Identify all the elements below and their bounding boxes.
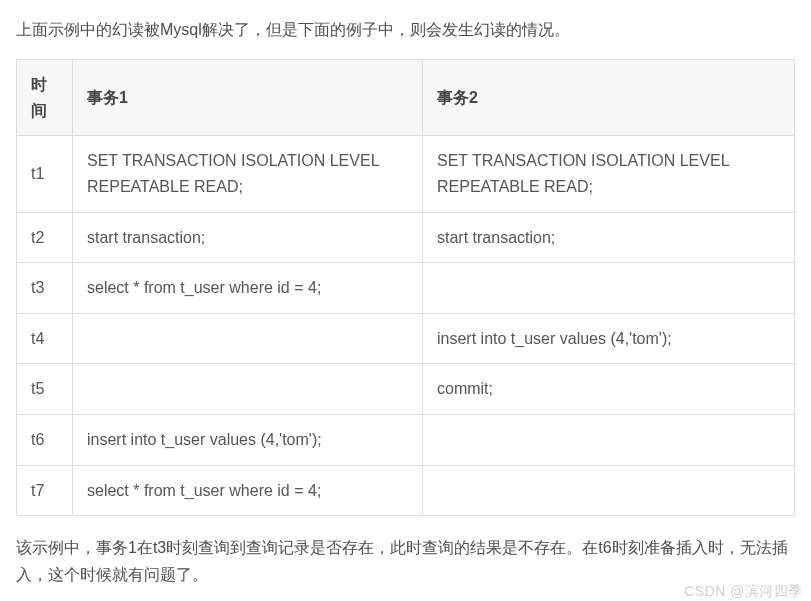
cell-tx1 <box>73 364 423 415</box>
cell-time: t2 <box>17 212 73 263</box>
col-header-tx1: 事务1 <box>73 60 423 136</box>
cell-tx1: insert into t_user values (4,'tom'); <box>73 414 423 465</box>
cell-time: t5 <box>17 364 73 415</box>
cell-tx1: SET TRANSACTION ISOLATION LEVEL REPEATAB… <box>73 136 423 212</box>
cell-tx1: select * from t_user where id = 4; <box>73 465 423 516</box>
table-row: t4 insert into t_user values (4,'tom'); <box>17 313 795 364</box>
cell-tx1 <box>73 313 423 364</box>
cell-tx2 <box>423 263 795 314</box>
table-row: t6 insert into t_user values (4,'tom'); <box>17 414 795 465</box>
table-row: t2 start transaction; start transaction; <box>17 212 795 263</box>
cell-tx1: start transaction; <box>73 212 423 263</box>
col-header-tx2: 事务2 <box>423 60 795 136</box>
cell-tx2 <box>423 465 795 516</box>
table-header-row: 时间 事务1 事务2 <box>17 60 795 136</box>
cell-time: t3 <box>17 263 73 314</box>
col-header-time: 时间 <box>17 60 73 136</box>
cell-time: t7 <box>17 465 73 516</box>
intro-paragraph: 上面示例中的幻读被Mysql解决了，但是下面的例子中，则会发生幻读的情况。 <box>16 16 795 43</box>
table-row: t3 select * from t_user where id = 4; <box>17 263 795 314</box>
cell-time: t6 <box>17 414 73 465</box>
table-row: t7 select * from t_user where id = 4; <box>17 465 795 516</box>
cell-tx2: insert into t_user values (4,'tom'); <box>423 313 795 364</box>
outro-paragraph: 该示例中，事务1在t3时刻查询到查询记录是否存在，此时查询的结果是不存在。在t6… <box>16 534 795 588</box>
cell-tx2: commit; <box>423 364 795 415</box>
cell-tx1: select * from t_user where id = 4; <box>73 263 423 314</box>
cell-time: t4 <box>17 313 73 364</box>
table-row: t5 commit; <box>17 364 795 415</box>
table-row: t1 SET TRANSACTION ISOLATION LEVEL REPEA… <box>17 136 795 212</box>
cell-tx2: start transaction; <box>423 212 795 263</box>
transaction-table: 时间 事务1 事务2 t1 SET TRANSACTION ISOLATION … <box>16 59 795 516</box>
cell-tx2 <box>423 414 795 465</box>
cell-time: t1 <box>17 136 73 212</box>
cell-tx2: SET TRANSACTION ISOLATION LEVEL REPEATAB… <box>423 136 795 212</box>
